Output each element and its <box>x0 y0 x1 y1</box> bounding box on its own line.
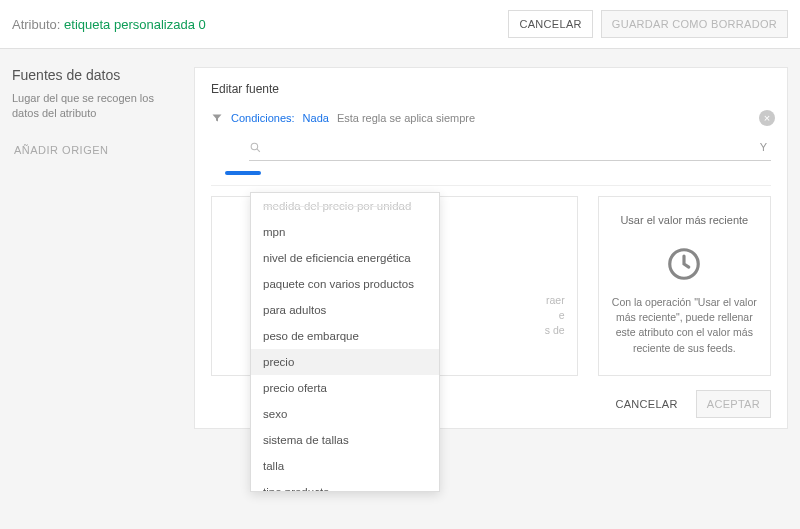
sidebar-title: Fuentes de datos <box>12 67 180 83</box>
conditions-label[interactable]: Condiciones: <box>231 112 295 124</box>
card-mid-text2: e <box>559 308 565 323</box>
conditions-hint: Esta regla se aplica siempre <box>337 112 475 124</box>
save-draft-button[interactable]: GUARDAR COMO BORRADOR <box>601 10 788 38</box>
attribute-heading: Atributo: etiqueta personalizada 0 <box>12 17 206 32</box>
search-row: Y <box>249 134 771 161</box>
dropdown-item[interactable]: precio oferta <box>251 375 439 401</box>
search-input[interactable] <box>268 140 754 154</box>
divider <box>211 185 771 186</box>
card-right-desc: Con la operación "Usar el valor más reci… <box>611 295 758 356</box>
sidebar-desc: Lugar del que se recogen los datos del a… <box>12 91 180 122</box>
add-source-button[interactable]: AÑADIR ORIGEN <box>12 144 180 156</box>
dropdown-item[interactable]: peso de embarque <box>251 323 439 349</box>
search-icon <box>249 141 262 154</box>
dropdown-item[interactable]: paquete con varios productos <box>251 271 439 297</box>
sidebar: Fuentes de datos Lugar del que se recoge… <box>12 67 180 429</box>
clock-icon <box>665 245 703 283</box>
dropdown-item[interactable]: mpn <box>251 219 439 245</box>
dropdown-item[interactable]: nivel de eficiencia energética <box>251 245 439 271</box>
close-icon[interactable]: × <box>759 110 775 126</box>
attribute-name: etiqueta personalizada 0 <box>64 17 206 32</box>
card-mid-text3: s de <box>545 323 565 338</box>
attribute-dropdown[interactable]: medida del precio por unidad mpn nivel d… <box>250 192 440 492</box>
cancel-button[interactable]: CANCELAR <box>605 390 687 418</box>
svg-point-0 <box>251 143 257 150</box>
dropdown-item[interactable]: medida del precio por unidad <box>251 193 439 219</box>
dropdown-item[interactable]: sexo <box>251 401 439 427</box>
accent-bar <box>225 171 261 175</box>
accept-button[interactable]: ACEPTAR <box>696 390 771 418</box>
topbar: Atributo: etiqueta personalizada 0 CANCE… <box>0 0 800 49</box>
card-right-title: Usar el valor más reciente <box>620 213 748 229</box>
dropdown-item[interactable]: precio <box>251 349 439 375</box>
svg-line-1 <box>257 149 260 152</box>
conditions-value[interactable]: Nada <box>303 112 329 124</box>
dropdown-item[interactable]: tipo producto <box>251 479 439 492</box>
attribute-label-prefix: Atributo: <box>12 17 60 32</box>
filter-icon <box>211 112 223 124</box>
conditions-row: Condiciones: Nada Esta regla se aplica s… <box>211 112 771 124</box>
y-label: Y <box>760 141 767 153</box>
panel-title: Editar fuente <box>211 82 771 96</box>
topbar-actions: CANCELAR GUARDAR COMO BORRADOR <box>508 10 788 38</box>
cancel-button-top[interactable]: CANCELAR <box>508 10 592 38</box>
card-mid-text1: raer <box>546 293 565 308</box>
dropdown-item[interactable]: sistema de tallas <box>251 427 439 453</box>
dropdown-item[interactable]: para adultos <box>251 297 439 323</box>
card-right-use-latest[interactable]: Usar el valor más reciente Con la operac… <box>598 196 771 376</box>
dropdown-item[interactable]: talla <box>251 453 439 479</box>
